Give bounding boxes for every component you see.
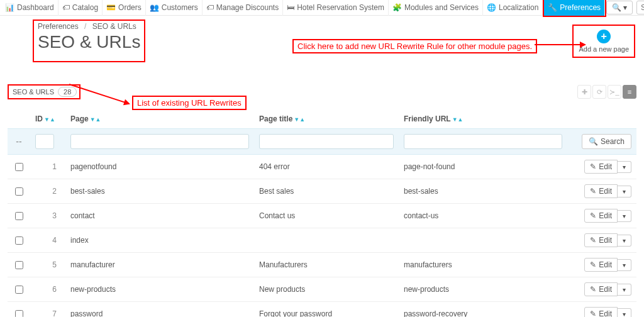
top-nav: 📊 Dashboard 🏷 Catalog 💳 Orders 👥 Custome… [0,0,644,16]
table-row[interactable]: 1pagenotfound404 errorpage-not-found✎Edi… [8,155,636,179]
edit-dropdown-toggle[interactable]: ▾ [618,186,631,197]
pencil-icon: ✎ [590,211,596,220]
table-row[interactable]: 2best-salesBest salesbest-sales✎Edit▾ [8,179,636,204]
nav-discounts[interactable]: 🏷 Manage Discounts [203,0,283,16]
sort-icon: ▼▲ [452,116,464,123]
dashboard-icon: 📊 [5,4,14,11]
table-row[interactable]: 4index✎Edit▾ [8,228,636,253]
breadcrumb-item: SEO & URLs [92,22,136,31]
cell-url [399,228,567,253]
tool-export-icon[interactable]: ≡ [623,85,636,99]
table-filter-row: -- 🔍 Search [8,129,636,155]
col-page[interactable]: Page▼▲ [65,109,254,129]
breadcrumb: Preferences / SEO & URLs [38,22,140,31]
nav-catalog[interactable]: 🏷 Catalog [58,0,103,16]
edit-dropdown-toggle[interactable]: ▾ [618,210,631,222]
cell-title: 404 error [254,155,399,179]
filter-title-input[interactable] [259,134,394,149]
nav-preferences[interactable]: 🔧 Preferences [544,0,605,16]
cell-title: Manufacturers [254,253,399,277]
nav-label: Hotel Reservation System [297,3,384,12]
nav-label: Modules and Services [404,3,479,12]
nav-modules[interactable]: 🧩 Modules and Services [389,0,483,16]
col-page-title[interactable]: Page title▼▲ [254,109,399,129]
cell-id: 5 [30,253,65,277]
table-row[interactable]: 7passwordForgot your passwordpassword-re… [8,302,636,318]
breadcrumb-sep: / [84,22,86,31]
edit-button[interactable]: ✎Edit [584,233,618,247]
edit-button[interactable]: ✎Edit [584,184,618,198]
tool-sql-icon[interactable]: ≻_ [608,85,621,99]
nav-dashboard[interactable]: 📊 Dashboard [1,0,58,16]
edit-dropdown-toggle[interactable]: ▾ [618,161,631,173]
breadcrumb-item[interactable]: Preferences [38,22,79,31]
caret-down-icon: ▾ [623,3,627,12]
cell-url: password-recovery [399,302,567,318]
cell-title [254,228,399,253]
bed-icon: 🛏 [287,4,294,11]
nav-label: Catalog [72,3,98,12]
col-id[interactable]: ID▼▲ [30,109,65,129]
cell-page: index [65,228,254,253]
pencil-icon: ✎ [590,260,596,269]
edit-button[interactable]: ✎Edit [584,307,618,317]
row-checkbox[interactable] [15,187,23,196]
row-checkbox[interactable] [15,236,23,245]
edit-button[interactable]: ✎Edit [584,209,618,223]
cell-id: 1 [30,155,65,179]
edit-button[interactable]: ✎Edit [584,282,618,296]
annotation-arrow-1 [535,44,585,45]
nav-label: Dashboard [17,3,54,12]
nav-localization[interactable]: 🌐 Localization [483,0,543,16]
filter-search-button[interactable]: 🔍 Search [582,134,631,149]
row-checkbox[interactable] [15,261,23,269]
tool-add-icon[interactable]: ✚ [577,85,591,99]
search-icon: 🔍 [612,3,621,12]
bulk-collapse-toggle[interactable]: -- [13,136,24,147]
row-checkbox[interactable] [15,310,23,318]
nav-customers[interactable]: 👥 Customers [146,0,203,16]
panel-title: SEO & URLS [13,88,54,96]
nav-label: Preferences [560,3,601,12]
plus-circle-icon: + [597,30,611,43]
annotation-title-highlight: Preferences / SEO & URLs SEO & URLs [33,19,145,62]
cell-title: Contact us [254,204,399,228]
cell-title: Forgot your password [254,302,399,318]
tool-refresh-icon[interactable]: ⟳ [592,85,606,99]
cell-id: 3 [30,204,65,228]
edit-button[interactable]: ✎Edit [584,160,618,174]
add-new-page-button[interactable]: + Add a new page [575,27,633,55]
edit-dropdown-toggle[interactable]: ▾ [618,308,631,318]
panel-tools: ✚ ⟳ ≻_ ≡ [577,85,636,99]
col-friendly-url[interactable]: Friendly URL▼▲ [399,109,567,129]
seo-table: ID▼▲ Page▼▲ Page title▼▲ Friendly URL▼▲ … [8,109,636,317]
pencil-icon: ✎ [590,285,596,294]
table-row[interactable]: 6new-productsNew productsnew-products✎Ed… [8,277,636,302]
search-input[interactable] [636,1,644,14]
table-row[interactable]: 3contactContact uscontact-us✎Edit▾ [8,204,636,228]
search-scope-dropdown[interactable]: 🔍 ▾ [606,1,633,14]
panel-count-badge: 28 [58,87,77,97]
people-icon: 👥 [150,4,159,11]
page-title: SEO & URLs [38,32,140,52]
search-icon: 🔍 [589,137,598,146]
cell-title: New products [254,277,399,302]
nav-hotel[interactable]: 🛏 Hotel Reservation System [283,0,389,16]
annotation-callout-add: Click here to add new URL Rewrite Rule f… [292,39,537,53]
filter-page-input[interactable] [70,134,249,149]
row-checkbox[interactable] [15,212,23,220]
edit-dropdown-toggle[interactable]: ▾ [618,284,631,296]
filter-url-input[interactable] [404,134,562,149]
nav-orders[interactable]: 💳 Orders [103,0,146,16]
row-checkbox[interactable] [15,163,23,171]
table-row[interactable]: 5manufacturerManufacturersmanufacturers✎… [8,253,636,277]
edit-dropdown-toggle[interactable]: ▾ [618,235,631,247]
filter-id-input[interactable] [35,134,54,149]
row-checkbox[interactable] [15,286,23,294]
nav-label: Orders [118,3,142,12]
edit-dropdown-toggle[interactable]: ▾ [618,259,631,271]
nav-label: Localization [499,3,538,12]
sort-icon: ▼▲ [44,116,55,123]
cell-page: new-products [65,277,254,302]
edit-button[interactable]: ✎Edit [584,258,618,272]
